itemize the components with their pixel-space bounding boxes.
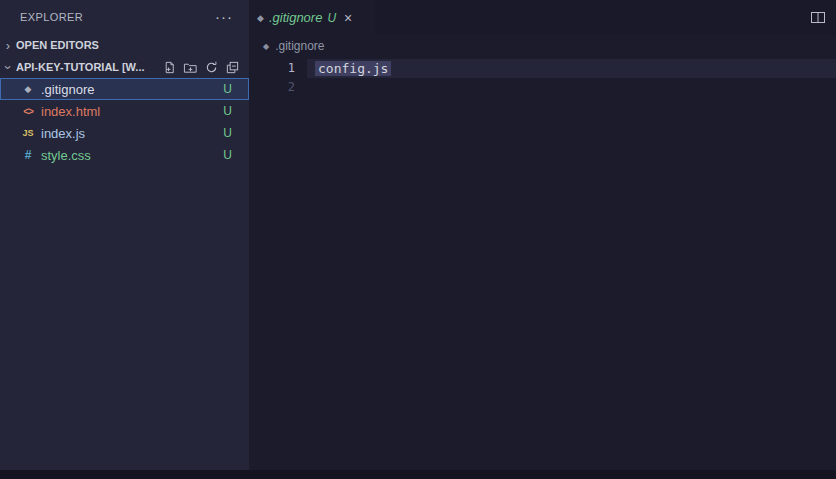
workspace-actions	[160, 58, 249, 76]
file-row-index-js[interactable]: JS index.js U	[0, 122, 249, 144]
split-editor-icon[interactable]	[810, 10, 826, 29]
file-row-style-css[interactable]: # style.css U	[0, 144, 249, 166]
open-editors-section[interactable]: › OPEN EDITORS	[0, 34, 249, 56]
explorer-title: EXPLORER	[20, 11, 83, 23]
workspace-label: API-KEY-TUTORIAL [W...	[16, 61, 145, 73]
new-folder-icon[interactable]	[181, 58, 199, 76]
line-number: 2	[249, 78, 295, 97]
file-name: index.js	[41, 126, 85, 141]
gitignore-file-icon: ◆	[20, 84, 36, 94]
code-editor[interactable]: 1 config.js 2	[249, 57, 836, 97]
tab-bar: ◆ .gitignore U ×	[249, 0, 836, 35]
more-actions-icon[interactable]: ···	[215, 12, 233, 22]
collapse-all-icon[interactable]	[223, 58, 241, 76]
line-number: 1	[249, 59, 295, 78]
explorer-sidebar: EXPLORER ··· › OPEN EDITORS › API-KEY-TU…	[0, 0, 249, 470]
code-line-2[interactable]: 2	[249, 78, 836, 97]
chevron-right-icon: ›	[0, 38, 16, 53]
explorer-header: EXPLORER ···	[0, 0, 249, 34]
editor-area: ◆ .gitignore U × ◆ .gitignore 1 config.j…	[249, 0, 836, 470]
tab-gitignore[interactable]: ◆ .gitignore U ×	[249, 0, 375, 35]
gitignore-file-icon: ◆	[257, 13, 264, 23]
workspace-section[interactable]: › API-KEY-TUTORIAL [W...	[0, 56, 249, 78]
git-status-badge: U	[223, 126, 232, 140]
file-name: index.html	[41, 104, 100, 119]
file-row-gitignore[interactable]: ◆ .gitignore U	[0, 78, 249, 100]
chevron-down-icon: ›	[1, 59, 16, 75]
new-file-icon[interactable]	[160, 58, 178, 76]
git-status-badge: U	[223, 82, 232, 96]
file-list: ◆ .gitignore U <> index.html U JS index.…	[0, 78, 249, 166]
breadcrumb-item: .gitignore	[275, 39, 324, 53]
code-line-1[interactable]: 1 config.js	[249, 59, 836, 78]
git-status-badge: U	[223, 148, 232, 162]
tab-git-badge: U	[327, 11, 336, 25]
file-row-index-html[interactable]: <> index.html U	[0, 100, 249, 122]
file-name: style.css	[41, 148, 91, 163]
open-editors-label: OPEN EDITORS	[16, 39, 99, 51]
tab-label: .gitignore	[269, 10, 322, 25]
file-name: .gitignore	[41, 82, 94, 97]
html-file-icon: <>	[20, 106, 36, 117]
git-status-badge: U	[223, 104, 232, 118]
js-file-icon: JS	[20, 128, 36, 138]
css-file-icon: #	[20, 148, 36, 162]
refresh-icon[interactable]	[202, 58, 220, 76]
code-text: config.js	[315, 59, 391, 78]
close-icon[interactable]: ×	[344, 11, 352, 25]
breadcrumb[interactable]: ◆ .gitignore	[249, 35, 836, 57]
bottom-strip	[0, 470, 836, 479]
gitignore-file-icon: ◆	[263, 42, 269, 51]
